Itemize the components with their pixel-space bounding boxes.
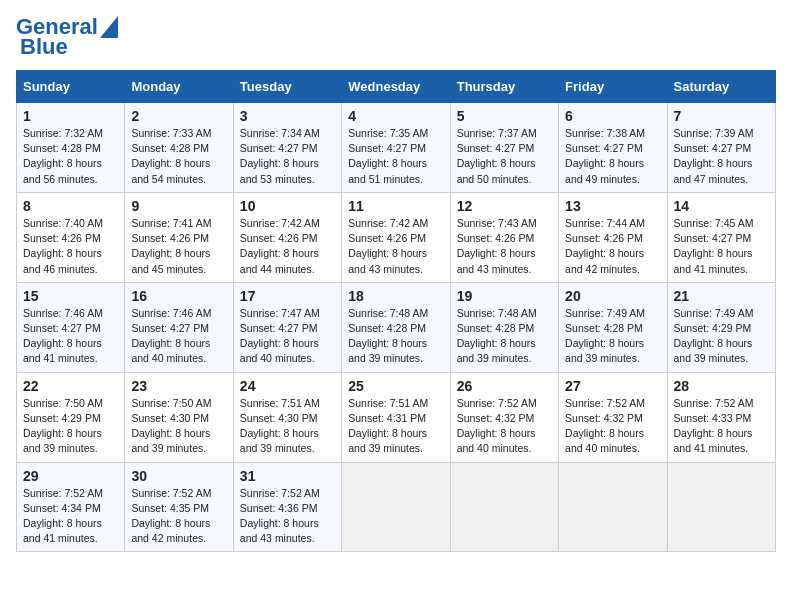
cell-content: Sunrise: 7:33 AM Sunset: 4:28 PM Dayligh… [131, 126, 226, 187]
sunset-text: Sunset: 4:28 PM [348, 322, 426, 334]
daylight-text: Daylight: 8 hours and 43 minutes. [240, 517, 319, 544]
calendar-cell: 30 Sunrise: 7:52 AM Sunset: 4:35 PM Dayl… [125, 462, 233, 552]
calendar-cell: 23 Sunrise: 7:50 AM Sunset: 4:30 PM Dayl… [125, 372, 233, 462]
daylight-text: Daylight: 8 hours and 40 minutes. [240, 337, 319, 364]
sunrise-text: Sunrise: 7:39 AM [674, 127, 754, 139]
sunrise-text: Sunrise: 7:51 AM [240, 397, 320, 409]
day-number: 6 [565, 108, 660, 124]
sunset-text: Sunset: 4:26 PM [131, 232, 209, 244]
sunset-text: Sunset: 4:29 PM [23, 412, 101, 424]
daylight-text: Daylight: 8 hours and 43 minutes. [348, 247, 427, 274]
day-number: 29 [23, 468, 118, 484]
col-header-monday: Monday [125, 71, 233, 103]
logo-blue: Blue [20, 36, 68, 58]
day-number: 4 [348, 108, 443, 124]
col-header-thursday: Thursday [450, 71, 558, 103]
col-header-saturday: Saturday [667, 71, 775, 103]
sunrise-text: Sunrise: 7:42 AM [348, 217, 428, 229]
day-number: 28 [674, 378, 769, 394]
calendar-cell: 17 Sunrise: 7:47 AM Sunset: 4:27 PM Dayl… [233, 282, 341, 372]
col-header-sunday: Sunday [17, 71, 125, 103]
daylight-text: Daylight: 8 hours and 44 minutes. [240, 247, 319, 274]
sunrise-text: Sunrise: 7:33 AM [131, 127, 211, 139]
calendar-cell: 27 Sunrise: 7:52 AM Sunset: 4:32 PM Dayl… [559, 372, 667, 462]
cell-content: Sunrise: 7:48 AM Sunset: 4:28 PM Dayligh… [348, 306, 443, 367]
day-number: 17 [240, 288, 335, 304]
sunrise-text: Sunrise: 7:46 AM [131, 307, 211, 319]
sunrise-text: Sunrise: 7:50 AM [131, 397, 211, 409]
daylight-text: Daylight: 8 hours and 39 minutes. [131, 427, 210, 454]
cell-content: Sunrise: 7:51 AM Sunset: 4:30 PM Dayligh… [240, 396, 335, 457]
calendar-cell [667, 462, 775, 552]
cell-content: Sunrise: 7:32 AM Sunset: 4:28 PM Dayligh… [23, 126, 118, 187]
sunrise-text: Sunrise: 7:40 AM [23, 217, 103, 229]
day-number: 21 [674, 288, 769, 304]
calendar-cell: 14 Sunrise: 7:45 AM Sunset: 4:27 PM Dayl… [667, 192, 775, 282]
sunset-text: Sunset: 4:35 PM [131, 502, 209, 514]
calendar-cell [342, 462, 450, 552]
sunset-text: Sunset: 4:31 PM [348, 412, 426, 424]
sunrise-text: Sunrise: 7:41 AM [131, 217, 211, 229]
daylight-text: Daylight: 8 hours and 42 minutes. [131, 517, 210, 544]
sunrise-text: Sunrise: 7:48 AM [457, 307, 537, 319]
calendar-cell: 7 Sunrise: 7:39 AM Sunset: 4:27 PM Dayli… [667, 103, 775, 193]
day-number: 22 [23, 378, 118, 394]
sunrise-text: Sunrise: 7:34 AM [240, 127, 320, 139]
cell-content: Sunrise: 7:40 AM Sunset: 4:26 PM Dayligh… [23, 216, 118, 277]
cell-content: Sunrise: 7:52 AM Sunset: 4:34 PM Dayligh… [23, 486, 118, 547]
daylight-text: Daylight: 8 hours and 40 minutes. [457, 427, 536, 454]
col-header-wednesday: Wednesday [342, 71, 450, 103]
calendar-cell: 16 Sunrise: 7:46 AM Sunset: 4:27 PM Dayl… [125, 282, 233, 372]
calendar-cell: 1 Sunrise: 7:32 AM Sunset: 4:28 PM Dayli… [17, 103, 125, 193]
cell-content: Sunrise: 7:52 AM Sunset: 4:32 PM Dayligh… [457, 396, 552, 457]
day-number: 16 [131, 288, 226, 304]
calendar-cell: 3 Sunrise: 7:34 AM Sunset: 4:27 PM Dayli… [233, 103, 341, 193]
sunrise-text: Sunrise: 7:51 AM [348, 397, 428, 409]
calendar-week-row: 15 Sunrise: 7:46 AM Sunset: 4:27 PM Dayl… [17, 282, 776, 372]
daylight-text: Daylight: 8 hours and 43 minutes. [457, 247, 536, 274]
day-number: 10 [240, 198, 335, 214]
sunset-text: Sunset: 4:27 PM [674, 142, 752, 154]
day-number: 5 [457, 108, 552, 124]
sunrise-text: Sunrise: 7:42 AM [240, 217, 320, 229]
sunset-text: Sunset: 4:29 PM [674, 322, 752, 334]
day-number: 24 [240, 378, 335, 394]
sunset-text: Sunset: 4:27 PM [348, 142, 426, 154]
day-number: 7 [674, 108, 769, 124]
daylight-text: Daylight: 8 hours and 41 minutes. [23, 517, 102, 544]
col-header-friday: Friday [559, 71, 667, 103]
day-number: 9 [131, 198, 226, 214]
page-header: General Blue [16, 16, 776, 58]
daylight-text: Daylight: 8 hours and 50 minutes. [457, 157, 536, 184]
cell-content: Sunrise: 7:44 AM Sunset: 4:26 PM Dayligh… [565, 216, 660, 277]
day-number: 27 [565, 378, 660, 394]
day-number: 26 [457, 378, 552, 394]
sunrise-text: Sunrise: 7:38 AM [565, 127, 645, 139]
cell-content: Sunrise: 7:52 AM Sunset: 4:33 PM Dayligh… [674, 396, 769, 457]
calendar-table: SundayMondayTuesdayWednesdayThursdayFrid… [16, 70, 776, 552]
sunrise-text: Sunrise: 7:32 AM [23, 127, 103, 139]
sunset-text: Sunset: 4:27 PM [240, 322, 318, 334]
calendar-cell [450, 462, 558, 552]
daylight-text: Daylight: 8 hours and 46 minutes. [23, 247, 102, 274]
sunset-text: Sunset: 4:28 PM [23, 142, 101, 154]
cell-content: Sunrise: 7:45 AM Sunset: 4:27 PM Dayligh… [674, 216, 769, 277]
sunset-text: Sunset: 4:26 PM [23, 232, 101, 244]
calendar-cell: 11 Sunrise: 7:42 AM Sunset: 4:26 PM Dayl… [342, 192, 450, 282]
sunset-text: Sunset: 4:27 PM [131, 322, 209, 334]
calendar-cell: 15 Sunrise: 7:46 AM Sunset: 4:27 PM Dayl… [17, 282, 125, 372]
sunset-text: Sunset: 4:30 PM [131, 412, 209, 424]
cell-content: Sunrise: 7:52 AM Sunset: 4:32 PM Dayligh… [565, 396, 660, 457]
calendar-week-row: 1 Sunrise: 7:32 AM Sunset: 4:28 PM Dayli… [17, 103, 776, 193]
sunrise-text: Sunrise: 7:43 AM [457, 217, 537, 229]
sunrise-text: Sunrise: 7:49 AM [674, 307, 754, 319]
cell-content: Sunrise: 7:51 AM Sunset: 4:31 PM Dayligh… [348, 396, 443, 457]
day-number: 19 [457, 288, 552, 304]
day-number: 13 [565, 198, 660, 214]
sunset-text: Sunset: 4:33 PM [674, 412, 752, 424]
cell-content: Sunrise: 7:46 AM Sunset: 4:27 PM Dayligh… [23, 306, 118, 367]
daylight-text: Daylight: 8 hours and 41 minutes. [23, 337, 102, 364]
calendar-cell: 8 Sunrise: 7:40 AM Sunset: 4:26 PM Dayli… [17, 192, 125, 282]
cell-content: Sunrise: 7:35 AM Sunset: 4:27 PM Dayligh… [348, 126, 443, 187]
daylight-text: Daylight: 8 hours and 54 minutes. [131, 157, 210, 184]
